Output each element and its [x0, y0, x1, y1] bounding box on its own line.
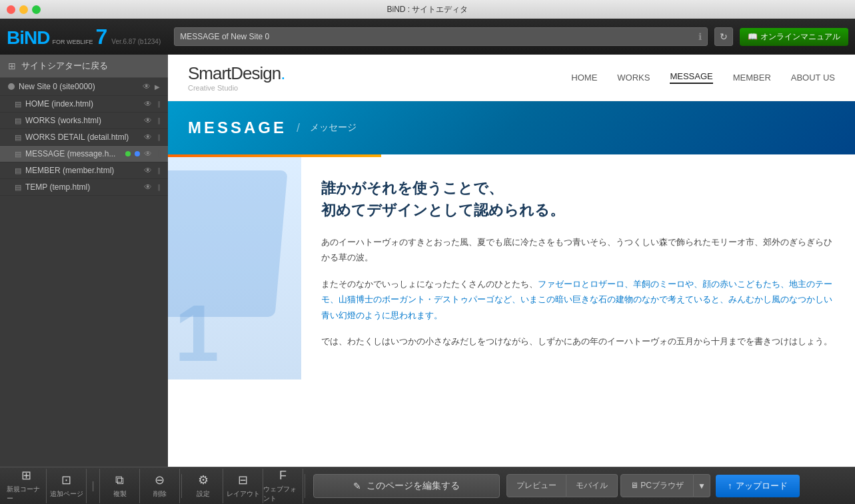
window-controls[interactable]: [7, 5, 41, 14]
eye-icon[interactable]: 👁: [143, 82, 151, 91]
window-title: BiND : サイトエディタ: [387, 4, 468, 15]
eye-icon[interactable]: 👁: [144, 99, 152, 109]
page-icon: ▤: [15, 166, 21, 175]
nav-item-aboutus[interactable]: ABOUT US: [791, 73, 835, 83]
content-para-1: あのイーハトーヴォのすきとおった風、夏でも底に冷たさをもつ青いそら、うつくしい森…: [321, 234, 835, 266]
browser-dropdown-button[interactable]: ▼: [694, 474, 710, 497]
toolbar-separator-1: [181, 474, 182, 498]
page-name-home: HOME (index.html): [25, 99, 140, 109]
pc-browser-button[interactable]: 🖥 PCブラウザ: [620, 474, 694, 497]
page-name-works: WORKS (works.html): [25, 116, 140, 125]
delete-button[interactable]: ⊖ 削除: [140, 469, 180, 503]
gear-icon: ⚙: [198, 473, 209, 487]
webfont-button[interactable]: F ウェブフォント: [263, 469, 303, 503]
link-1[interactable]: ファゼーロとロザーロ、羊飼のミーロや、顔の赤いこどもたち、地主のテーモ、山猫博士…: [321, 279, 832, 320]
page-item-member[interactable]: ▤ MEMBER (member.html) 👁 ▐: [0, 162, 168, 179]
site-logo-sub: Creative Studio: [188, 84, 285, 92]
mobile-button[interactable]: モバイル: [566, 474, 618, 497]
banner-title: MESSAGE: [188, 119, 287, 137]
chevron-icon: ▐: [156, 118, 160, 124]
page-item-worksdetail[interactable]: ▤ WORKS DETAIL (detail.html) 👁 ▐: [0, 129, 168, 146]
bind-logo: BiND FOR WEBLIFE 7 Ver.6.87 (b1234): [7, 25, 161, 49]
edit-page-button[interactable]: ✎ このページを編集する: [313, 474, 500, 498]
nav-item-message[interactable]: MESSAGE: [670, 71, 712, 84]
content-right-panel: 誰かがそれを使うことで、初めてデザインとして認められる。 あのイーハトーヴォのす…: [301, 157, 855, 379]
settings-button[interactable]: ⚙ 設定: [183, 469, 223, 503]
status-dot-green: [125, 151, 131, 156]
page-icon: ▤: [15, 100, 21, 109]
manual-label: オンラインマニュアル: [760, 31, 840, 43]
book-icon: 📖: [748, 32, 758, 41]
layout-icon: ⊟: [238, 473, 248, 487]
maximize-button[interactable]: [32, 5, 41, 14]
chevron-icon: ▐: [156, 151, 160, 157]
page-item-works[interactable]: ▤ WORKS (works.html) 👁 ▐: [0, 113, 168, 129]
add-page-button[interactable]: ⊡ 追加ページ: [47, 469, 87, 503]
page-icon: ▤: [15, 133, 21, 142]
bind-logo-num: 7: [95, 25, 107, 49]
nav-item-home[interactable]: HOME: [571, 73, 597, 83]
grid-icon: ⊞: [8, 61, 16, 71]
upload-label: アップロード: [736, 480, 788, 492]
site-status-dot: [8, 83, 15, 90]
page-banner: MESSAGE / メッセージ: [168, 101, 855, 154]
page-name-message: MESSAGE (message.h...: [25, 149, 121, 158]
eye-icon[interactable]: 👁: [144, 149, 152, 158]
monitor-icon: 🖥: [630, 481, 640, 490]
edit-icon: ✎: [353, 481, 361, 491]
font-icon: F: [279, 469, 287, 483]
layout-button[interactable]: ⊟ レイアウト: [223, 469, 263, 503]
browser-buttons: 🖥 PCブラウザ ▼: [620, 474, 710, 497]
url-bar[interactable]: MESSAGE of New Site 0 ℹ: [174, 27, 708, 46]
page-item-message[interactable]: ▤ MESSAGE (message.h... 👁 ▐: [0, 146, 168, 162]
chevron-icon: ▐: [156, 168, 160, 174]
page-item-home[interactable]: ▤ HOME (index.html) 👁 ▐: [0, 96, 168, 113]
heading-text: 誰かがそれを使うことで、初めてデザインとして認められる。: [321, 180, 564, 218]
content-left-panel: 1: [168, 157, 301, 379]
chevron-icon: ▐: [156, 184, 160, 190]
site-item[interactable]: New Site 0 (site0000) 👁 ▶: [0, 78, 168, 96]
preview-button[interactable]: プレビュー: [506, 474, 566, 497]
nav-item-member[interactable]: MEMBER: [733, 73, 771, 83]
copy-icon: ⧉: [115, 473, 124, 487]
add-page-icon: ⊡: [61, 473, 71, 487]
minimize-button[interactable]: [19, 5, 28, 14]
site-name: New Site 0 (site0000): [19, 82, 139, 91]
content-para-2: またそのなかでいっしょになったたくさんのひとたち、ファゼーロとロザーロ、羊飼のミ…: [321, 276, 835, 323]
eye-icon[interactable]: 👁: [144, 132, 152, 142]
page-icon: ▤: [15, 117, 21, 125]
settings-label: 設定: [197, 489, 210, 499]
page-icon: ▤: [15, 183, 21, 192]
titlebar: BiND : サイトエディタ: [0, 0, 855, 19]
copy-label: 複製: [113, 489, 127, 499]
content-area: SmartDesign. Creative Studio HOME WORKS …: [168, 55, 855, 467]
page-item-temp[interactable]: ▤ TEMP (temp.html) 👁 ▐: [0, 179, 168, 196]
bottom-toolbar: ⊞ 新規コーナー ⊡ 追加ページ | ⧉ 複製 ⊖ 削除 ⚙ 設定 ⊟ レイアウ…: [0, 467, 855, 504]
manual-button[interactable]: 📖 オンラインマニュアル: [740, 28, 848, 46]
site-preview: SmartDesign. Creative Studio HOME WORKS …: [168, 55, 855, 467]
chevron-icon: ▶: [155, 83, 160, 91]
refresh-button[interactable]: ↻: [714, 27, 733, 46]
sidebar-back-btn[interactable]: ⊞ サイトシアターに戻る: [0, 55, 168, 78]
banner-sep: /: [297, 121, 300, 135]
new-corner-button[interactable]: ⊞ 新規コーナー: [7, 469, 47, 503]
chevron-icon: ▐: [156, 101, 160, 107]
eye-icon[interactable]: 👁: [144, 116, 152, 125]
bind-logo-sub: FOR WEBLIFE: [52, 39, 93, 45]
info-icon[interactable]: ℹ: [698, 31, 702, 42]
upload-icon: ↑: [728, 481, 732, 491]
new-corner-icon: ⊞: [21, 468, 31, 483]
close-button[interactable]: [7, 5, 15, 14]
eye-icon[interactable]: 👁: [144, 182, 152, 192]
add-page-label: 追加ページ: [50, 489, 83, 499]
eye-icon[interactable]: 👁: [144, 166, 152, 175]
upload-button[interactable]: ↑ アップロード: [716, 475, 800, 497]
delete-label: 削除: [153, 489, 167, 499]
nav-item-works[interactable]: WORKS: [617, 73, 650, 83]
layout-label: レイアウト: [227, 489, 260, 499]
bind-version: Ver.6.87 (b1234): [111, 38, 161, 45]
copy-button[interactable]: ⧉ 複製: [100, 469, 140, 503]
content-heading: 誰かがそれを使うことで、初めてデザインとして認められる。: [321, 177, 835, 221]
sidebar: ⊞ サイトシアターに戻る New Site 0 (site0000) 👁 ▶ ▤…: [0, 55, 168, 467]
toolbar-left: ⊞ 新規コーナー ⊡ 追加ページ | ⧉ 複製 ⊖ 削除: [7, 469, 180, 503]
